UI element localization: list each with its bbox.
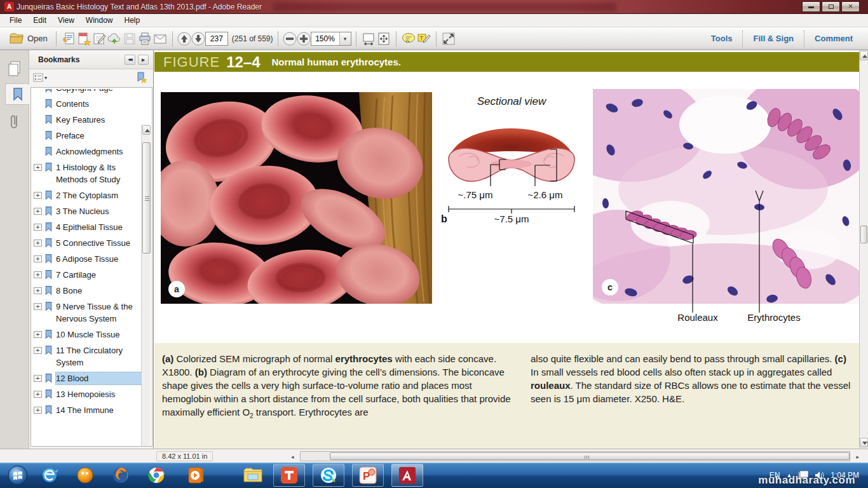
open-button[interactable]: Open (5, 30, 51, 48)
media-player-button[interactable] (183, 464, 208, 486)
page-number-input[interactable] (205, 32, 228, 46)
scroll-up-button[interactable] (860, 51, 868, 60)
bookmark-label[interactable]: 3 The Nucleus (56, 205, 142, 217)
bookmarks-options-button[interactable]: ▾ (33, 72, 50, 83)
email-icon[interactable] (153, 31, 168, 46)
document-page[interactable]: FIGURE 12–4 Normal human erythrocytes. (154, 50, 859, 449)
bookmark-item[interactable]: +7 Cartilage (32, 267, 142, 283)
bookmark-label[interactable]: 12 Blood (56, 372, 142, 384)
bookmarks-tab[interactable] (5, 83, 29, 105)
bookmark-label[interactable]: Preface (56, 130, 142, 142)
start-button[interactable] (5, 464, 31, 486)
page-thumbnails-tab[interactable] (5, 58, 24, 79)
bookmark-item[interactable]: +14 The Immune (32, 402, 142, 418)
export-pdf-icon[interactable] (61, 31, 76, 46)
bookmark-label[interactable]: 4 Epithelial Tissue (56, 221, 142, 233)
menu-window[interactable]: Window (80, 15, 119, 26)
internet-explorer-button[interactable] (37, 464, 62, 486)
zoom-dropdown-icon[interactable]: ▾ (339, 32, 351, 45)
expander-plus-icon[interactable]: + (34, 287, 42, 294)
bookmark-label[interactable]: 9 Nerve Tissue & the Nervous System (56, 301, 142, 325)
expander-plus-icon[interactable]: + (34, 192, 42, 199)
expander-plus-icon[interactable]: + (34, 208, 42, 215)
bookmark-label[interactable]: 2 The Cytoplasm (56, 189, 142, 201)
bookmark-item[interactable]: +3 The Nucleus (32, 203, 142, 219)
bookmark-label[interactable]: Contents (56, 98, 142, 110)
windows-explorer-button[interactable] (240, 464, 266, 486)
vertical-scroll-thumb[interactable] (860, 226, 867, 243)
expander-plus-icon[interactable]: + (34, 391, 42, 398)
comment-button[interactable]: Comment (804, 34, 863, 43)
bookmark-item[interactable]: Contents (32, 96, 142, 112)
bookmark-label[interactable]: Copyright Page (56, 89, 142, 94)
bookmark-label[interactable]: Acknowledgments (56, 146, 142, 158)
print-icon[interactable] (137, 31, 153, 46)
expander-plus-icon[interactable]: + (34, 240, 42, 247)
tools-button[interactable]: Tools (701, 34, 743, 43)
bookmark-label[interactable]: 7 Cartilage (56, 269, 142, 281)
bookmark-item[interactable]: +4 Epithelial Tissue (32, 219, 142, 235)
restore-button[interactable] (822, 1, 840, 12)
comment-bubble-icon[interactable] (401, 31, 416, 46)
bookmark-item[interactable]: +10 Muscle Tissue (32, 327, 142, 342)
bookmark-label[interactable]: 10 Muscle Tissue (56, 329, 142, 341)
previous-page-icon[interactable] (177, 32, 191, 46)
text-highlight-icon[interactable]: T (416, 31, 431, 46)
fullscreen-icon[interactable] (441, 31, 456, 46)
bookmark-item[interactable]: +5 Connective Tissue (32, 235, 142, 251)
zoom-in-icon[interactable] (297, 32, 311, 46)
fill-sign-button[interactable]: Fill & Sign (743, 34, 804, 43)
menu-help[interactable]: Help (119, 15, 146, 26)
bookmark-label[interactable]: 8 Bone (56, 285, 142, 297)
attachments-tab[interactable] (5, 111, 24, 133)
new-bookmark-icon[interactable] (135, 72, 149, 83)
menu-edit[interactable]: Edit (27, 15, 52, 26)
expand-panel-button[interactable]: ▸ (138, 55, 149, 65)
skype-app-button[interactable] (313, 464, 344, 487)
chrome-button[interactable] (144, 464, 169, 486)
menu-file[interactable]: File (4, 15, 27, 26)
fit-width-icon[interactable] (361, 31, 376, 46)
bookmark-label[interactable]: Key Features (56, 114, 142, 126)
horizontal-scroll-track[interactable] (300, 451, 850, 461)
expander-plus-icon[interactable]: + (34, 303, 42, 310)
collapse-panel-button[interactable]: ◂◂ (125, 55, 135, 65)
minimize-button[interactable] (802, 1, 820, 12)
bookmark-item[interactable]: +8 Bone (32, 283, 142, 299)
vertical-scrollbar[interactable] (859, 50, 868, 449)
cloud-upload-icon[interactable] (107, 31, 122, 46)
next-page-icon[interactable] (191, 32, 205, 46)
menu-view[interactable]: View (52, 15, 80, 26)
bookmark-label[interactable]: 13 Hemopoiesis (56, 388, 142, 400)
bookmark-item[interactable]: +1 Histology & Its Methods of Study (32, 159, 142, 187)
bookmark-item[interactable]: Key Features (32, 112, 142, 128)
bookmark-item[interactable]: +13 Hemopoiesis (32, 386, 142, 402)
window-title-bar[interactable]: A Junqueiras Basic Histology Text and At… (0, 0, 868, 14)
expander-plus-icon[interactable]: + (34, 375, 42, 382)
create-pdf-icon[interactable] (76, 31, 92, 46)
gom-player-button[interactable] (72, 464, 98, 486)
scroll-right-icon[interactable]: ▸ (856, 454, 859, 460)
scroll-left-icon[interactable]: ◂ (291, 454, 294, 460)
scroll-up-button[interactable] (142, 125, 151, 135)
scroll-down-button[interactable] (860, 438, 868, 447)
bookmarks-scroll-thumb[interactable] (142, 142, 151, 254)
expander-plus-icon[interactable]: + (34, 407, 42, 414)
bookmark-item[interactable]: Copyright Page (32, 89, 142, 96)
bookmark-label[interactable]: 14 The Immune (56, 404, 142, 416)
expander-plus-icon[interactable]: + (34, 255, 42, 262)
adobe-reader-app-button[interactable] (391, 464, 423, 487)
horizontal-scroll-thumb[interactable] (330, 452, 850, 460)
tango-app-button[interactable] (273, 464, 305, 487)
zoom-out-icon[interactable] (283, 32, 297, 46)
bookmark-item[interactable]: Preface (32, 128, 142, 144)
close-button[interactable]: × (841, 1, 860, 12)
powerpoint-app-button[interactable]: P (352, 464, 384, 487)
bookmark-item[interactable]: Acknowledgments (32, 144, 142, 159)
expander-plus-icon[interactable]: + (34, 224, 42, 231)
bookmark-label[interactable]: 1 Histology & Its Methods of Study (56, 161, 142, 186)
bookmark-label[interactable]: 11 The Circulatory System (56, 344, 142, 369)
expander-plus-icon[interactable]: + (34, 347, 42, 354)
firefox-button[interactable] (108, 464, 133, 486)
expander-plus-icon[interactable]: + (34, 164, 42, 171)
